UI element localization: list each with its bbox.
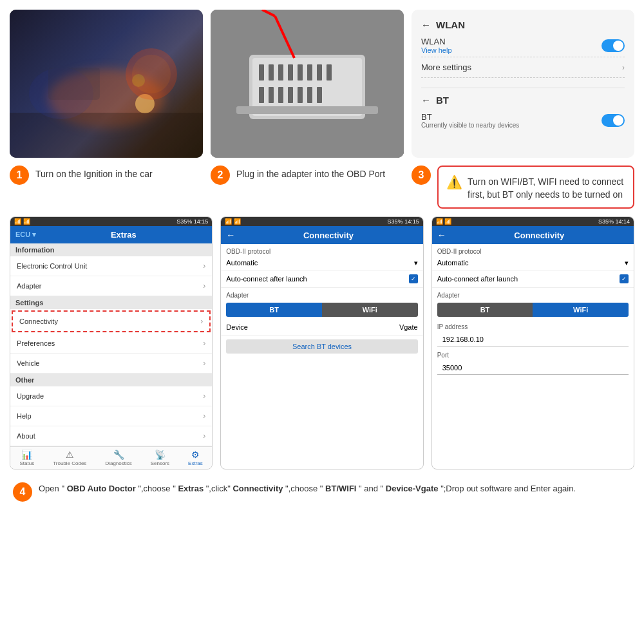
list-item-adapter[interactable]: Adapter› — [10, 276, 212, 296]
more-settings-row[interactable]: More settings › — [421, 57, 625, 78]
step2: 2 Plug in the adapter into the OBD Port — [211, 166, 404, 209]
phone1-other-section: Other — [10, 374, 212, 386]
phone1-footer: 📊Status ⚠Trouble Codes 🔧Diagnostics 📡Sen… — [10, 446, 212, 469]
phone2-autoconnect: Auto-connect after launch ✓ — [221, 270, 422, 288]
svg-point-1 — [132, 55, 171, 93]
phone1-settings-section: Settings — [10, 296, 212, 309]
phone2-search-btn[interactable]: Search BT devices — [226, 339, 417, 354]
list-item-connectivity[interactable]: Connectivity› — [12, 310, 211, 332]
warning-icon: ⚠️ — [446, 175, 462, 190]
svg-rect-13 — [298, 64, 303, 80]
svg-rect-21 — [298, 87, 303, 103]
phone3-screen: 📶 📶 S35% 14:14 ← Connectivity OBD-II pro… — [431, 216, 634, 469]
phone3-back[interactable]: ← — [437, 230, 446, 240]
phone1-body: Information Electronic Control Unit› Ada… — [10, 243, 212, 446]
step3: 3 ⚠️ Turn on WIFI/BT, WIFI need to conne… — [412, 166, 634, 209]
phone3-port-value[interactable]: 35000 — [437, 361, 629, 375]
list-item-help[interactable]: Help› — [10, 406, 212, 426]
phone2-header: ← Connectivity — [221, 226, 422, 244]
wlan-title: WLAN — [436, 19, 465, 30]
svg-point-2 — [132, 74, 145, 87]
steps-row: 1 Turn on the Ignition in the car 2 Plug… — [10, 166, 634, 209]
svg-rect-10 — [269, 64, 274, 80]
top-row: ← WLAN WLAN View help More settings › — [10, 10, 634, 158]
phone3-obd-dropdown[interactable]: Automatic ▾ — [432, 256, 634, 270]
svg-rect-5 — [48, 68, 100, 100]
list-item-preferences[interactable]: Preferences› — [10, 334, 212, 354]
wlan-back-arrow[interactable]: ← — [421, 19, 431, 30]
phone3-port-label: Port — [432, 348, 634, 360]
phones-row: 📶 📶 S35% 14:15 ECU ▾ Extras Information … — [10, 216, 634, 469]
car-photo — [10, 10, 203, 158]
step1: 1 Turn on the Ignition in the car — [10, 166, 203, 209]
phone2-statusbar: 📶 📶 S35% 14:15 — [221, 217, 422, 226]
list-item-vehicle[interactable]: Vehicle› — [10, 354, 212, 374]
phone2-device-label: Device — [226, 323, 248, 331]
footer-diagnostics[interactable]: 🔧Diagnostics — [105, 450, 131, 466]
bt-sublabel: Currently visible to nearby devices — [421, 122, 519, 129]
footer-status[interactable]: 📊Status — [20, 450, 35, 466]
svg-rect-12 — [288, 64, 293, 80]
footer-sensors[interactable]: 📡Sensors — [151, 450, 169, 466]
bt-toggle[interactable] — [601, 114, 625, 127]
svg-rect-26 — [236, 106, 378, 114]
wlan-section: ← WLAN WLAN View help More settings › — [421, 19, 625, 78]
bt-back-arrow[interactable]: ← — [421, 95, 431, 106]
phone1-ecu[interactable]: ECU ▾ — [15, 231, 36, 239]
wlan-bt-panel: ← WLAN WLAN View help More settings › — [412, 10, 634, 158]
wlan-view-help[interactable]: View help — [421, 46, 452, 54]
svg-rect-11 — [278, 64, 283, 80]
step3-circle: 3 — [412, 166, 431, 185]
step2-circle: 2 — [211, 166, 230, 185]
phone2-device-row: Device Vgate — [221, 319, 422, 336]
step1-text: Turn on the Ignition in the car — [35, 166, 153, 181]
phone2-title: Connectivity — [239, 231, 417, 240]
step4-circle: 4 — [13, 482, 32, 502]
footer-extras[interactable]: ⚙Extras — [188, 450, 203, 466]
phone2-body: OBD-II protocol Automatic ▾ Auto-connect… — [221, 244, 422, 354]
wlan-label: WLAN — [421, 37, 452, 46]
phone3-body: OBD-II protocol Automatic ▾ Auto-connect… — [432, 244, 634, 375]
phone3-adapter-tabs: BT WiFi — [437, 303, 629, 317]
phone3-wifi-tab[interactable]: WiFi — [533, 303, 629, 317]
svg-rect-9 — [259, 64, 264, 80]
phone1-statusbar: 📶 📶 S35% 14:15 — [10, 217, 212, 226]
phone2-back[interactable]: ← — [226, 230, 235, 240]
svg-rect-23 — [317, 87, 322, 103]
more-settings-chevron: › — [622, 63, 625, 72]
step3-box: ⚠️ Turn on WIFI/BT, WIFI need to connect… — [437, 166, 634, 209]
svg-rect-22 — [307, 87, 312, 103]
phone2-adapter-label: Adapter — [221, 288, 422, 300]
phone1-title: Extras — [40, 230, 207, 240]
phone3-ip-value[interactable]: 192.168.0.10 — [437, 333, 629, 346]
step3-text: Turn on WIFI/BT, WIFI need to connect fi… — [468, 173, 625, 201]
wlan-toggle[interactable] — [601, 39, 625, 52]
svg-rect-14 — [307, 64, 312, 80]
list-item-upgrade[interactable]: Upgrade› — [10, 386, 212, 406]
phone2-wifi-tab[interactable]: WiFi — [322, 303, 418, 317]
phone3-autoconnect-checkbox[interactable]: ✓ — [620, 274, 629, 283]
bt-section: ← BT BT Currently visible to nearby devi… — [421, 95, 625, 129]
phone2-device-value: Vgate — [399, 323, 418, 331]
phone1-screen: 📶 📶 S35% 14:15 ECU ▾ Extras Information … — [10, 216, 213, 469]
phone1-header: ECU ▾ Extras — [10, 226, 212, 243]
footer-trouble[interactable]: ⚠Trouble Codes — [53, 450, 86, 466]
wlan-bt-divider — [421, 88, 625, 88]
bt-toggle-row: BT Currently visible to nearby devices — [421, 112, 625, 129]
phone2-obd-dropdown[interactable]: Automatic ▾ — [221, 256, 422, 270]
phone2-bt-tab[interactable]: BT — [226, 303, 322, 317]
phone3-autoconnect: Auto-connect after launch ✓ — [432, 270, 634, 288]
phone3-obd-label: OBD-II protocol — [432, 244, 634, 256]
phone2-autoconnect-checkbox[interactable]: ✓ — [409, 274, 418, 283]
svg-rect-19 — [278, 87, 283, 103]
phone1-info-section: Information — [10, 243, 212, 256]
list-item-about[interactable]: About› — [10, 426, 212, 446]
list-item-ecu[interactable]: Electronic Control Unit› — [10, 256, 212, 276]
obd-photo — [211, 10, 404, 158]
bt-label: BT — [421, 112, 519, 122]
svg-rect-18 — [269, 87, 274, 103]
step2-text: Plug in the adapter into the OBD Port — [236, 166, 385, 181]
phone2-obd-label: OBD-II protocol — [221, 244, 422, 256]
phone3-title: Connectivity — [450, 231, 629, 240]
phone3-bt-tab[interactable]: BT — [437, 303, 533, 317]
